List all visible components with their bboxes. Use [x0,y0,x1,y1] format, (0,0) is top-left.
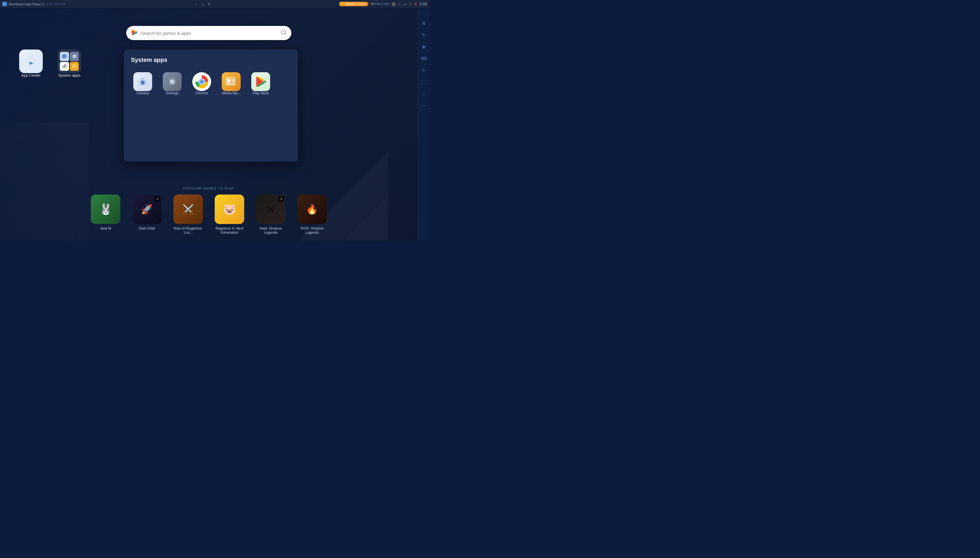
ragnarok-label: Ragnarok X: Next Generation [212,226,247,235]
game-seal-m[interactable]: 🐰 Seal M [88,195,123,235]
sidebar-settings[interactable]: ⚙ [418,30,429,40]
media-manager-label: Media Ma... [222,91,241,95]
system-app-media[interactable]: Media Ma... [219,72,243,95]
system-app-settings[interactable]: Settings [160,72,184,95]
popular-games-label: POPULAR GAMES TO PLAY [18,187,400,190]
close-button[interactable]: ✕ [414,2,417,7]
external-link-badge: ↗ [154,196,160,202]
raid-thumbnail-2: 🔥 [297,195,327,224]
game-ragnarok-x[interactable]: 🐷 Ragnarok X: Next Generation [212,195,247,235]
app-version: 5.13.0.2003 N32 [46,3,66,6]
settings-label: Settings [166,91,178,95]
reward-center-label: Reward Center [346,2,366,6]
app-center-label: App Center [21,73,41,77]
menu-button[interactable]: ≡ [398,2,400,6]
game-dark-orbit[interactable]: 🚀 ↗ Dark Orbit [129,195,164,235]
play-win-label: Play & Win [375,2,390,6]
play-win-button[interactable]: 🎮 Play & Win [371,2,390,6]
trophy-icon: 🏆 [342,2,345,6]
svg-rect-10 [73,66,74,67]
chrome-label: Chrome [196,91,208,95]
sidebar-volume[interactable]: ♪ [418,89,429,99]
svg-line-4 [285,33,286,34]
reload-button[interactable]: ↻ [206,1,212,7]
chrome-icon [192,72,211,91]
system-apps-desktop-icon[interactable]: System apps [56,49,82,77]
modal-title: System apps [131,57,291,63]
bluestacks-logo [2,2,7,7]
svg-point-15 [145,80,146,81]
settings-icon [163,72,182,91]
dark-orbit-label: Dark Orbit [139,226,155,230]
sys-camera-mini [60,52,69,61]
system-app-chrome[interactable]: Chrome [190,72,214,95]
system-app-play-store[interactable]: Play Store [249,72,273,95]
dark-orbit-thumbnail: 🚀 ↗ [132,195,162,224]
game-raid-shadow-2[interactable]: 🔥 RAID: Shadow Legends [294,195,330,235]
sidebar-keyboard[interactable]: ⌨ [418,53,429,64]
clock: 2:32 [420,2,427,6]
rise-thumbnail: ⚔️ [173,195,203,224]
title-bar: BlueStacks App Player 1 5.13.0.2003 N32 … [0,0,429,8]
svg-rect-22 [227,79,231,82]
rise-label: Rise of Kingdoms: Los... [171,226,206,235]
media-manager-icon [222,72,241,91]
title-bar-right: 🏆 Reward Center 🎮 Play & Win ? ≡ — □ ✕ 2… [339,2,427,7]
back-button[interactable]: ← [193,1,199,7]
home-button[interactable]: ⌂ [201,1,205,7]
svg-point-3 [282,30,286,34]
svg-marker-0 [3,3,6,6]
sidebar-refresh[interactable]: ↻ [418,65,429,75]
svg-point-14 [142,82,144,84]
seal-m-label: Seal M [100,226,111,230]
sys-settings-mini [70,52,79,61]
main-content: App Center [0,8,418,241]
app-center-icon-img [19,49,43,73]
search-input[interactable] [141,31,278,36]
search-bar[interactable] [126,26,291,40]
app-title: BlueStacks App Player 1 [9,2,44,6]
svg-point-20 [200,80,204,84]
camera-label: Camera [136,91,149,95]
seal-m-thumbnail: 🐰 [91,195,120,224]
games-grid: 🐰 Seal M 🚀 ↗ Dark Orbit ⚔️ Rise of Kingd… [18,195,400,235]
system-app-camera[interactable]: Camera [131,72,155,95]
sidebar-apps[interactable]: ⊞ [418,18,429,28]
play-icon: 🎮 [371,2,374,6]
search-button[interactable] [281,30,287,37]
sidebar-fullscreen[interactable]: ⛶ [418,77,429,87]
nav-controls[interactable]: ← ⌂ ↻ [193,1,212,7]
external-link-badge-2: ↗ [278,196,284,202]
raid-label-1: Raid: Shadow Legends [253,226,288,235]
system-apps-icon-img [58,49,81,73]
system-apps-modal: System apps Camera [124,49,298,161]
popular-games-section: POPULAR GAMES TO PLAY 🐰 Seal M 🚀 ↗ Dark … [0,187,418,241]
minimize-button[interactable]: — [403,2,407,7]
sidebar-more[interactable]: ⋯ [418,100,429,111]
title-bar-left: BlueStacks App Player 1 5.13.0.2003 N32 [2,2,66,7]
sidebar: ⊞ ⚙ ◉ ⌨ ↻ ⛶ ♪ ⋯ [418,0,429,241]
raid-label-2: RAID: Shadow Legends [294,226,330,235]
game-raid-shadow-1[interactable]: ⚔ ↗ Raid: Shadow Legends [253,195,288,235]
help-button[interactable]: ? [391,2,396,6]
reward-center-button[interactable]: 🏆 Reward Center [339,2,368,6]
ragnarok-thumbnail: 🐷 [215,195,244,224]
play-store-icon [251,72,270,91]
maximize-button[interactable]: □ [409,2,411,6]
desktop-icons-area: App Center [18,49,82,77]
sys-chrome-mini [60,62,69,71]
sys-media-mini [70,62,79,71]
camera-icon [133,72,152,91]
system-apps-grid: Camera Settings [131,72,291,95]
system-apps-label: System apps [58,73,80,77]
play-store-label: Play Store [252,91,269,95]
game-rise-of-kingdoms[interactable]: ⚔️ Rise of Kingdoms: Los... [171,195,206,235]
play-store-search-icon [131,29,138,37]
sidebar-camera[interactable]: ◉ [418,41,429,52]
raid-thumbnail-1: ⚔ ↗ [256,195,286,224]
svg-point-8 [63,66,65,67]
app-center-icon[interactable]: App Center [18,49,44,77]
